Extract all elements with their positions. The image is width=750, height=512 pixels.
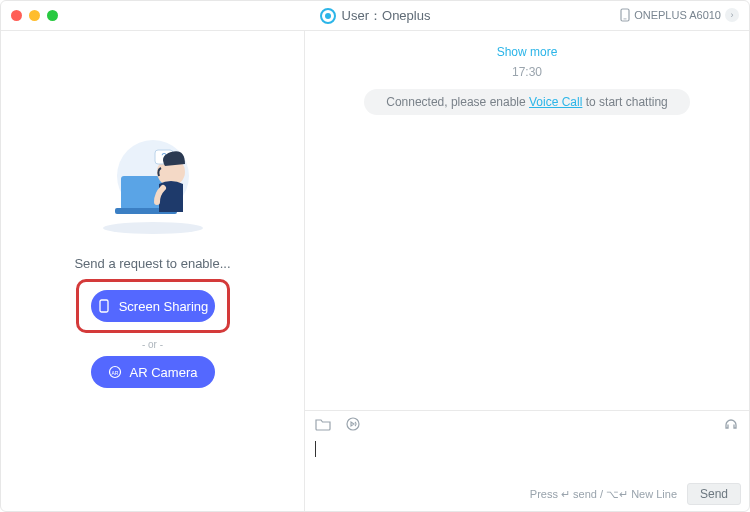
enable-prompt: Send a request to enable... [74,256,230,271]
chevron-right-icon: › [725,8,739,22]
highlight-annotation: Screen Sharing [76,279,230,333]
title-name: Oneplus [382,8,430,23]
titlebar: User：Oneplus ONEPLUS A6010 › [1,1,749,31]
headset-icon[interactable] [723,416,739,432]
message-input[interactable] [305,437,749,481]
window-controls [1,10,58,21]
audio-icon[interactable] [345,416,361,432]
status-prefix: Connected, please enable [386,95,529,109]
svg-rect-1 [624,19,627,20]
show-more-link[interactable]: Show more [497,45,558,59]
composer-toolbar [305,411,749,437]
close-icon[interactable] [11,10,22,21]
user-icon [320,8,336,24]
title-prefix: User： [342,8,382,23]
ar-camera-label: AR Camera [130,365,198,380]
text-caret [315,441,316,457]
app-window: User：Oneplus ONEPLUS A6010 › [0,0,750,512]
chat-scroll: Show more 17:30 Connected, please enable… [305,31,749,410]
device-name: ONEPLUS A6010 [634,9,721,21]
chat-panel: Show more 17:30 Connected, please enable… [305,31,749,511]
folder-icon[interactable] [315,416,331,432]
status-suffix: to start chatting [582,95,667,109]
svg-point-2 [103,222,203,234]
minimize-icon[interactable] [29,10,40,21]
screen-sharing-button[interactable]: Screen Sharing [91,290,215,322]
phone-icon [620,8,630,22]
keypress-hint: Press ↵ send / ⌥↵ New Line [530,488,677,501]
svg-point-12 [347,418,359,430]
sidebar: ? Send a request to enable... Screen Sha… [1,31,305,511]
svg-text:AR: AR [111,370,118,376]
zoom-icon[interactable] [47,10,58,21]
ar-camera-button[interactable]: AR AR Camera [91,356,215,388]
body: ? Send a request to enable... Screen Sha… [1,31,749,511]
composer-footer: Press ↵ send / ⌥↵ New Line Send [305,481,749,511]
or-divider: - or - [142,339,163,350]
voice-call-link[interactable]: Voice Call [529,95,582,109]
status-banner: Connected, please enable Voice Call to s… [364,89,690,115]
composer: Press ↵ send / ⌥↵ New Line Send [305,410,749,511]
support-illustration: ? [93,136,213,236]
svg-rect-9 [100,300,108,312]
phone-screen-icon [97,299,111,313]
ar-icon: AR [108,365,122,379]
screen-sharing-label: Screen Sharing [119,299,209,314]
device-selector[interactable]: ONEPLUS A6010 › [616,5,743,25]
send-button[interactable]: Send [687,483,741,505]
timestamp: 17:30 [512,65,542,79]
